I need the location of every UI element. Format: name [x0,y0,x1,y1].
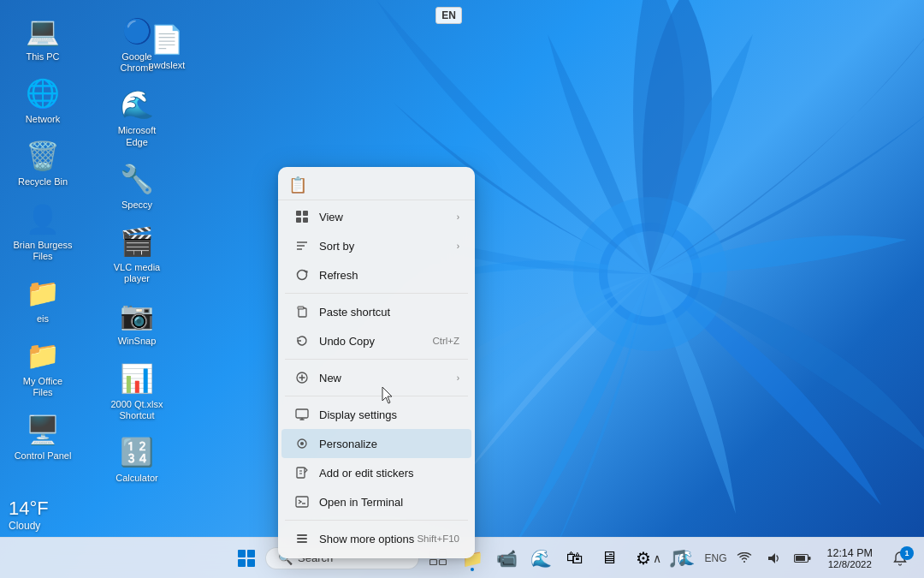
desktop-icon-vlc[interactable]: 🎬 VLC media player [103,219,171,289]
refresh-label: Refresh [319,269,459,282]
systray-input-method[interactable]: ENG [703,543,727,574]
vlc-label: VLC media player [106,262,168,284]
systray-sound[interactable] [761,543,785,574]
show-more-options-shortcut: Shift+F10 [417,533,459,544]
sort-by-arrow: › [457,241,459,251]
svg-rect-26 [297,534,307,536]
paste-shortcut-label: Paste shortcut [319,306,459,319]
svg-rect-30 [247,550,255,557]
my-office-files-label: My Office Files [12,376,74,398]
desktop-icon-pwdslext[interactable]: 📄 pwdslext [133,17,201,76]
desktop: EN 💻 This PC 🌐 Network 🗑️ Recycle Bin 👤 … [0,0,924,578]
clock-area[interactable]: 12:14 PM 12/8/2022 [820,541,880,575]
desktop-icon-microsoft-edge[interactable]: 🌊 Microsoft Edge [103,82,171,152]
file-explorer-active-dot [471,568,474,571]
calculator-label: Calculator [116,473,158,484]
qt-xlsx-label: 2000 Qt.xlsx Shortcut [106,399,168,421]
brian-burgess-icon: 👤 [26,202,60,236]
network-icon: 🌐 [26,76,60,110]
this-pc-label: This PC [26,51,59,63]
show-more-options-label: Show more options [319,533,417,545]
speccy-icon: 🔧 [120,162,154,196]
taskbar-teams[interactable]: 📹 [491,543,522,574]
context-menu-display-settings[interactable]: Display settings [281,400,471,429]
svg-rect-11 [298,307,304,309]
view-label: View [319,211,452,223]
context-menu-new[interactable]: New › [281,363,471,392]
keyboard-icon: ENG [704,552,726,564]
desktop-icon-winsnap[interactable]: 📷 WinSnap [103,293,171,352]
weather-widget[interactable]: 14°F Cloudy [9,498,49,532]
svg-rect-31 [238,559,246,567]
context-menu-open-terminal[interactable]: Open in Terminal [281,487,471,516]
taskbar-extra-app[interactable]: 🖥 [594,543,625,574]
microsoft-edge-label: Microsoft Edge [106,125,168,147]
desktop-icon-recycle-bin[interactable]: 🗑️ Recycle Bin [9,134,77,193]
notification-button[interactable]: 1 [885,543,915,574]
brian-burgess-label: Brian Burgess Files [12,240,74,262]
settings-icon: ⚙ [636,548,651,569]
this-pc-icon: 💻 [26,14,60,48]
context-menu-sort-by[interactable]: Sort by › [281,231,471,260]
context-menu-personalize[interactable]: Personalize [281,429,471,458]
svg-rect-4 [303,211,308,216]
context-menu-show-more-options[interactable]: Show more options Shift+F10 [281,524,471,553]
show-more-options-icon [293,530,311,547]
sound-icon [767,551,780,565]
desktop-icon-network[interactable]: 🌐 Network [9,71,77,130]
pwdslext-label: pwdslext [149,60,186,71]
sort-by-label: Sort by [319,240,452,253]
taskbar-edge[interactable]: 🌊 [525,543,556,574]
desktop-icon-this-pc[interactable]: 💻 This PC [9,9,77,68]
desktop-icon-control-panel[interactable]: 🖥️ Control Panel [9,408,77,467]
svg-rect-35 [430,559,437,564]
context-menu-view[interactable]: View › [281,202,471,231]
eis-icon: 📁 [26,276,60,310]
calculator-icon: 🔢 [120,435,154,469]
desktop-icon-brian-burgess[interactable]: 👤 Brian Burgess Files [9,197,77,267]
svg-rect-32 [247,559,255,567]
undo-copy-label: Undo Copy [319,335,432,348]
add-edit-stickers-icon [293,464,311,481]
desktop-icon-calculator[interactable]: 🔢 Calculator [103,430,171,489]
svg-rect-36 [440,559,447,564]
notification-badge: 1 [900,546,914,560]
weather-temperature: 14°F [9,498,49,520]
systray-battery[interactable] [791,543,814,574]
svg-point-1 [573,197,727,351]
taskbar-settings[interactable]: ⚙ [628,543,659,574]
my-office-files-icon: 📁 [26,338,60,372]
windows-logo-icon [237,549,256,568]
svg-rect-5 [296,217,301,223]
taskbar-spotify[interactable]: 🎵 [662,543,693,574]
systray-wifi[interactable] [732,543,756,574]
microsoft-edge-icon: 🌊 [120,87,154,122]
separator-1 [285,293,468,294]
edge-icon: 🌊 [530,548,552,569]
qt-xlsx-icon: 📊 [120,361,154,396]
start-button[interactable] [231,543,262,574]
desktop-icon-qt-xlsx[interactable]: 📊 2000 Qt.xlsx Shortcut [103,356,171,426]
clock-time: 12:14 PM [826,547,873,559]
sort-by-icon [293,237,311,254]
context-menu-add-edit-stickers[interactable]: Add or edit stickers [281,458,471,487]
svg-rect-6 [303,217,308,223]
taskbar-ms-store[interactable]: 🛍 [560,543,590,574]
svg-point-2 [607,231,693,317]
eis-label: eis [37,313,49,325]
add-edit-stickers-label: Add or edit stickers [319,467,459,480]
separator-4 [285,520,468,521]
svg-rect-27 [297,538,307,539]
desktop-icon-my-office-files[interactable]: 📁 My Office Files [9,333,77,403]
weather-condition: Cloudy [9,520,49,532]
context-menu-refresh[interactable]: Refresh [281,260,471,289]
network-label: Network [26,114,60,125]
open-terminal-label: Open in Terminal [319,496,459,509]
desktop-icon-speccy[interactable]: 🔧 Speccy [103,157,171,216]
context-menu-paste-shortcut[interactable]: Paste shortcut [281,297,471,326]
desktop-icon-eis[interactable]: 📁 eis [9,271,77,330]
context-menu-undo-copy[interactable]: Undo Copy Ctrl+Z [281,326,471,355]
language-indicator[interactable]: EN [435,7,462,24]
control-panel-icon: 🖥️ [26,413,60,447]
new-icon [293,369,311,386]
